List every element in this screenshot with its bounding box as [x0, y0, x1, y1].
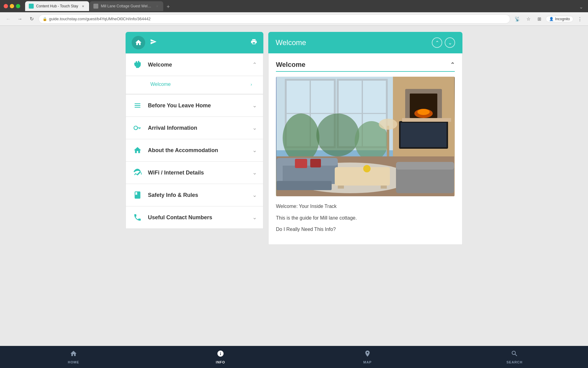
tab-title-1: Content Hub - Touch Stay	[36, 4, 78, 8]
bottom-nav-search[interactable]: SEARCH	[502, 350, 527, 364]
tab-favicon-1	[29, 4, 34, 9]
book-icon	[132, 190, 143, 201]
chevron-down-icon-safety: ⌄	[252, 192, 257, 198]
bottom-nav-home[interactable]: HOME	[61, 350, 86, 364]
left-panel: Welcome ⌃ Welcome › Befor	[126, 32, 263, 245]
home-icon-circle[interactable]	[132, 36, 145, 49]
nav-item-label-accommodation: About the Accommodation	[148, 147, 247, 154]
svg-rect-26	[295, 159, 307, 168]
welcome-text-block: Welcome: Your Inside Track This is the g…	[276, 202, 455, 233]
send-icon[interactable]	[150, 38, 157, 47]
nav-item-label-welcome: Welcome	[148, 62, 247, 68]
new-tab-button[interactable]: +	[164, 2, 172, 11]
back-button[interactable]: ←	[4, 14, 13, 24]
cast-button[interactable]: 📡	[513, 14, 522, 24]
nav-item-before-you-leave[interactable]: Before You Leave Home ⌄	[126, 94, 263, 117]
nav-item-arrival[interactable]: Arrival Information ⌄	[126, 117, 263, 139]
incognito-icon: 👤	[549, 17, 554, 21]
print-icon[interactable]	[251, 38, 257, 47]
bottom-nav: HOME INFO MAP SEARCH	[0, 346, 588, 368]
tab-bar: Content Hub - Touch Stay ✕ Mill Lane Cot…	[25, 1, 584, 11]
tab-close-1[interactable]: ✕	[81, 4, 85, 9]
svg-point-20	[379, 119, 397, 130]
svg-rect-33	[396, 162, 454, 170]
svg-rect-25	[277, 159, 283, 184]
tab-mill-lane[interactable]: Mill Lane Cottage Guest Welco... ✕	[90, 1, 163, 11]
tab-title-2: Mill Lane Cottage Guest Welco...	[101, 4, 152, 8]
incognito-label: Incognito	[555, 17, 570, 21]
toolbar-actions: 📡 ☆ ⊞ 👤 Incognito ⋮	[513, 14, 584, 24]
bottom-home-icon	[70, 350, 77, 359]
nav-item-label-arrival: Arrival Information	[148, 125, 247, 131]
bookmark-button[interactable]: ☆	[524, 14, 533, 24]
welcome-paragraph-3: Do I Really Need This Info?	[276, 225, 455, 233]
nav-item-welcome[interactable]: Welcome ⌃	[126, 53, 263, 76]
reload-button[interactable]: ↻	[27, 14, 36, 24]
minimize-button[interactable]	[10, 4, 14, 8]
svg-rect-17	[401, 123, 447, 147]
nav-sub-item-welcome[interactable]: Welcome ›	[132, 79, 257, 90]
left-header	[126, 32, 263, 53]
hand-icon	[132, 59, 143, 70]
close-button[interactable]	[4, 4, 8, 8]
extensions-button[interactable]: ⊞	[535, 14, 544, 24]
section-title-text: Welcome	[276, 61, 305, 69]
forward-button[interactable]: →	[15, 14, 24, 24]
app-container: Welcome ⌃ Welcome › Befor	[0, 26, 588, 368]
svg-rect-27	[310, 159, 321, 167]
phone-icon	[132, 212, 143, 223]
maximize-button[interactable]	[16, 4, 20, 8]
browser-toolbar: ← → ↻ 🔒 guide.touchstay.com/guest/b4YqUM…	[0, 12, 588, 26]
browser-titlebar: Content Hub - Touch Stay ✕ Mill Lane Cot…	[0, 0, 588, 12]
chevron-down-icon-arrival: ⌄	[252, 125, 257, 131]
address-bar[interactable]: 🔒 guide.touchstay.com/guest/b4YqUMheOl0C…	[39, 14, 510, 24]
nav-item-label-before: Before You Leave Home	[148, 102, 247, 109]
nav-sub-items-welcome: Welcome ›	[126, 76, 263, 94]
svg-point-8	[283, 113, 319, 163]
send-svg-icon	[150, 38, 157, 45]
svg-rect-30	[381, 186, 387, 189]
nav-up-button[interactable]: ⌃	[432, 37, 442, 48]
wifi-icon	[132, 167, 143, 178]
section-collapse-button[interactable]: ⌃	[450, 61, 455, 68]
nav-item-label-contact: Useful Contact Numbers	[148, 214, 247, 221]
svg-point-15	[417, 109, 430, 115]
accommodation-icon	[132, 145, 143, 156]
right-panel: Welcome ⌃ ⌄ Welcome ⌃	[268, 32, 462, 245]
bottom-search-icon	[511, 350, 518, 359]
menu-button[interactable]: ⋮	[575, 14, 584, 24]
bottom-nav-info[interactable]: INFO	[208, 350, 233, 364]
nav-down-button[interactable]: ⌄	[445, 37, 455, 48]
tab-expand-icon[interactable]: ⌄	[578, 3, 584, 11]
tab-close-2[interactable]: ✕	[155, 4, 160, 9]
bottom-nav-home-label: HOME	[68, 360, 79, 364]
home-icon	[135, 39, 142, 46]
svg-point-31	[363, 165, 371, 172]
nav-item-accommodation[interactable]: About the Accommodation ⌄	[126, 139, 263, 162]
bottom-nav-info-label: INFO	[216, 360, 225, 364]
tab-content-hub[interactable]: Content Hub - Touch Stay ✕	[25, 1, 89, 11]
right-header-nav: ⌃ ⌄	[432, 37, 455, 48]
bottom-map-icon	[364, 350, 371, 359]
bottom-nav-map[interactable]: MAP	[355, 350, 380, 364]
nav-item-wifi[interactable]: WiFi / Internet Details ⌄	[126, 162, 263, 184]
right-content: Welcome ⌃	[268, 53, 462, 245]
address-text: guide.touchstay.com/guest/b4YqUMheOl0CH/…	[49, 17, 506, 21]
lock-icon: 🔒	[43, 17, 47, 21]
sub-chevron-icon: ›	[251, 82, 252, 87]
room-svg	[276, 77, 455, 196]
nav-list: Welcome ⌃ Welcome › Befor	[126, 53, 263, 229]
welcome-paragraph-1: Welcome: Your Inside Track	[276, 202, 455, 210]
nav-item-safety[interactable]: Safety Info & Rules ⌄	[126, 184, 263, 206]
list-icon	[132, 100, 143, 111]
nav-sub-item-label: Welcome	[150, 82, 171, 87]
chevron-down-icon-before: ⌄	[252, 102, 257, 109]
svg-point-9	[316, 113, 359, 156]
incognito-badge[interactable]: 👤 Incognito	[546, 16, 573, 22]
nav-item-contact[interactable]: Useful Contact Numbers ⌄	[126, 206, 263, 229]
traffic-lights	[4, 4, 20, 8]
content-wrapper: Welcome ⌃ Welcome › Befor	[126, 32, 462, 245]
section-header: Welcome ⌃	[276, 61, 455, 72]
nav-item-label-wifi: WiFi / Internet Details	[148, 170, 247, 176]
right-header-title: Welcome	[276, 38, 306, 47]
